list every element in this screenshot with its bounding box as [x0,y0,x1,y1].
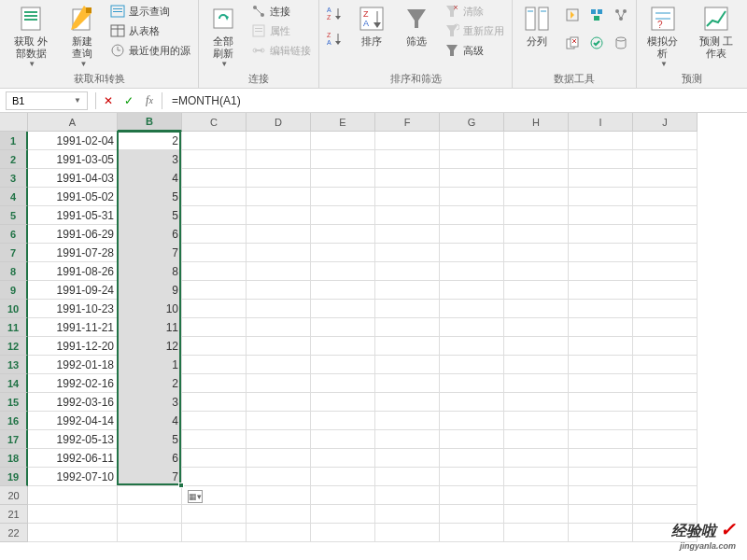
cell[interactable] [569,169,633,188]
cell[interactable] [633,281,698,300]
cell[interactable] [182,505,247,524]
cell[interactable] [311,244,375,262]
cell[interactable] [311,468,375,486]
cell[interactable] [504,169,569,188]
cell[interactable] [633,374,698,393]
cell[interactable] [311,486,375,505]
cell[interactable] [182,188,247,206]
cell[interactable]: 1991-08-26 [28,262,118,281]
cell[interactable] [569,468,633,486]
cell[interactable]: 1992-03-16 [28,393,118,412]
relationships-button[interactable] [610,2,632,28]
autofill-options-button[interactable]: ▦▾ [188,490,203,503]
cell[interactable] [118,486,182,505]
cell[interactable] [375,188,440,206]
cell[interactable] [247,337,311,356]
cell[interactable]: 6 [118,225,182,244]
cell[interactable] [569,150,633,169]
cell[interactable] [375,393,440,412]
cell[interactable]: 1992-04-14 [28,412,118,430]
cell[interactable] [440,169,504,188]
cell[interactable] [440,206,504,225]
cell[interactable]: 2 [118,132,182,150]
cell[interactable] [311,225,375,244]
cell[interactable] [311,281,375,300]
cell[interactable] [504,318,569,337]
cell[interactable] [28,505,118,524]
row-header[interactable]: 17 [0,430,28,449]
insert-function-button[interactable]: fx [139,91,160,110]
cell[interactable] [440,244,504,262]
recent-sources-button[interactable]: 最近使用的源 [106,41,194,60]
cell[interactable] [504,150,569,169]
cell[interactable] [247,505,311,524]
cell[interactable] [182,262,247,281]
cell[interactable] [375,374,440,393]
cell[interactable] [569,524,633,542]
row-header[interactable]: 9 [0,281,28,300]
cell[interactable] [440,356,504,374]
column-header[interactable]: F [375,113,440,132]
select-all-corner[interactable] [0,113,28,132]
row-header[interactable]: 20 [0,486,28,505]
cell[interactable] [504,412,569,430]
cell[interactable] [504,449,569,468]
cell[interactable] [247,244,311,262]
cell[interactable]: 7 [118,468,182,486]
cell[interactable] [182,244,247,262]
cell[interactable] [504,486,569,505]
cell[interactable] [569,337,633,356]
cell[interactable] [633,169,698,188]
cell[interactable] [504,132,569,150]
cell[interactable] [375,132,440,150]
cell[interactable] [375,150,440,169]
cell[interactable] [504,374,569,393]
flash-fill-button[interactable] [561,2,584,28]
cell[interactable] [569,300,633,318]
cell[interactable] [28,524,118,542]
cell[interactable] [182,206,247,225]
cell[interactable] [440,524,504,542]
cell[interactable]: 5 [118,206,182,225]
cell[interactable] [504,430,569,449]
cell[interactable] [182,300,247,318]
cell[interactable]: 1991-12-20 [28,337,118,356]
row-header[interactable]: 21 [0,505,28,524]
cell[interactable] [247,300,311,318]
cell[interactable]: 11 [118,318,182,337]
cell[interactable] [569,318,633,337]
cell[interactable] [375,412,440,430]
cell[interactable] [633,337,698,356]
cell[interactable] [633,132,698,150]
cell[interactable] [440,150,504,169]
cell[interactable]: 1991-05-02 [28,188,118,206]
cell[interactable] [311,505,375,524]
cell[interactable] [375,300,440,318]
cell[interactable] [375,206,440,225]
cell[interactable] [311,449,375,468]
fill-handle[interactable] [178,483,184,488]
cell[interactable]: 1991-06-29 [28,225,118,244]
cell[interactable] [375,337,440,356]
cell[interactable] [440,505,504,524]
sort-button[interactable]: ZA 排序 [351,2,392,49]
cell[interactable] [375,356,440,374]
cell[interactable] [504,244,569,262]
cell[interactable] [375,486,440,505]
cell[interactable] [569,281,633,300]
cell[interactable] [569,206,633,225]
cell[interactable]: 12 [118,337,182,356]
cell[interactable] [311,206,375,225]
cell[interactable] [311,188,375,206]
cell[interactable] [247,262,311,281]
cell[interactable]: 4 [118,412,182,430]
cell[interactable]: 2 [118,374,182,393]
manage-model-button[interactable] [610,30,632,56]
column-header[interactable]: J [633,113,698,132]
cancel-button[interactable]: ✕ [98,91,119,110]
cell[interactable] [504,505,569,524]
cells-area[interactable]: 1991-02-0421991-03-0531991-04-0341991-05… [28,132,698,542]
cell[interactable] [569,412,633,430]
cell[interactable] [440,393,504,412]
data-validation-button[interactable] [585,30,608,56]
